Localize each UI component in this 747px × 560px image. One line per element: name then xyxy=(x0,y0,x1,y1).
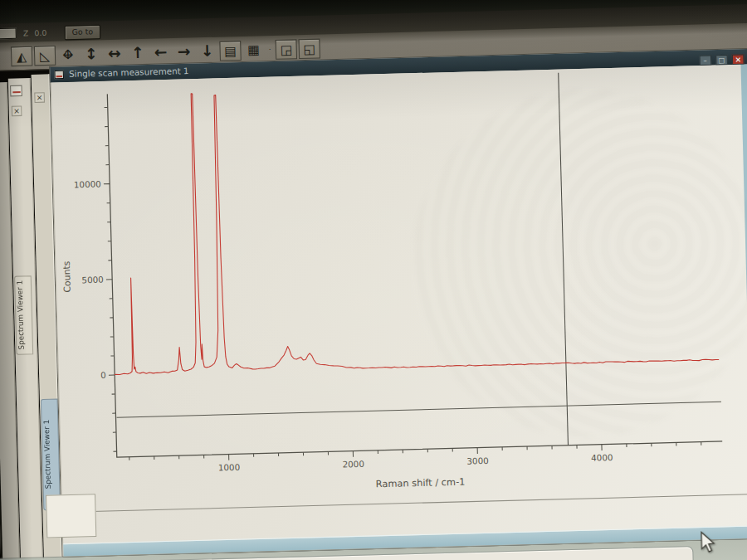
x-tick-label: 3000 xyxy=(466,455,489,466)
chart-canvas[interactable]: 05000100001000200030004000Raman shift / … xyxy=(51,65,747,557)
move-z-icon[interactable]: ↕ xyxy=(81,43,103,65)
y-tick-label: 0 xyxy=(100,370,106,380)
z-axis-label: Z xyxy=(23,29,29,38)
export-image-icon[interactable]: ◲ xyxy=(276,39,297,59)
stage-down-icon[interactable]: ↓ xyxy=(196,41,218,62)
step-x-icon[interactable]: ↔ xyxy=(104,43,126,65)
close-button[interactable]: × xyxy=(732,54,745,65)
measurement-window: Single scan measurement 1 – □ × 05000100… xyxy=(50,49,747,557)
y-tick-label: 5000 xyxy=(81,275,104,285)
move-xy-icon[interactable]: ↔↕ xyxy=(57,44,80,66)
mouse-cursor xyxy=(700,531,715,553)
maximize-button[interactable]: □ xyxy=(715,55,728,66)
x-tick-label: 2000 xyxy=(342,459,364,470)
crosshair-vertical[interactable] xyxy=(559,73,569,446)
spectrum-window-icon xyxy=(54,71,64,80)
z-axis-value: 0.0 xyxy=(34,29,46,38)
goto-button[interactable]: Go to xyxy=(64,25,100,41)
stage-up-icon[interactable]: ↑ xyxy=(127,42,149,64)
stage-right-icon[interactable]: → xyxy=(173,41,195,63)
spectrum-thumbnail-icon xyxy=(10,85,22,97)
side-list-box xyxy=(46,494,96,538)
export-chart-icon[interactable]: ◱ xyxy=(298,38,320,58)
minimize-button[interactable]: – xyxy=(699,55,711,66)
video-view-icon[interactable]: ◭ xyxy=(11,46,32,66)
grid-map-icon[interactable]: ▦ xyxy=(242,39,265,61)
y-axis-title: Counts xyxy=(61,261,73,293)
spectrum-chart-area[interactable]: 05000100001000200030004000Raman shift / … xyxy=(51,65,747,557)
axis-lines xyxy=(107,78,722,457)
x-tick-label: 4000 xyxy=(591,452,613,463)
window-title: Single scan measurement 1 xyxy=(69,66,189,79)
panel-close-icon[interactable]: × xyxy=(12,105,22,116)
separator-dot: · xyxy=(266,39,274,60)
panel-close-icon[interactable]: × xyxy=(34,92,45,103)
pan-tool-icon[interactable]: ◺ xyxy=(34,45,56,65)
stage-coordinate-field[interactable] xyxy=(0,27,17,39)
crosshair-horizontal[interactable] xyxy=(117,402,721,417)
tab-spectrum-viewer-1-active[interactable]: Spectrum Viewer 1 xyxy=(41,398,61,510)
stage-left-icon[interactable]: ← xyxy=(149,41,172,63)
y-tick-label: 10000 xyxy=(74,179,101,190)
tab-spectrum-viewer-1[interactable]: Spectrum Viewer 1 xyxy=(14,275,33,355)
monitor-photo: ◂ Z 0.0 Go to ◭◺↔↕↕↔↑←→↓▤▦·◲◱ × × Spectr… xyxy=(0,0,747,560)
x-axis-title: Raman shift / cm-1 xyxy=(375,476,465,490)
spectrum-trace xyxy=(107,80,719,376)
snapshot-icon[interactable]: ▤ xyxy=(219,41,241,61)
x-tick-label: 1000 xyxy=(218,462,241,473)
